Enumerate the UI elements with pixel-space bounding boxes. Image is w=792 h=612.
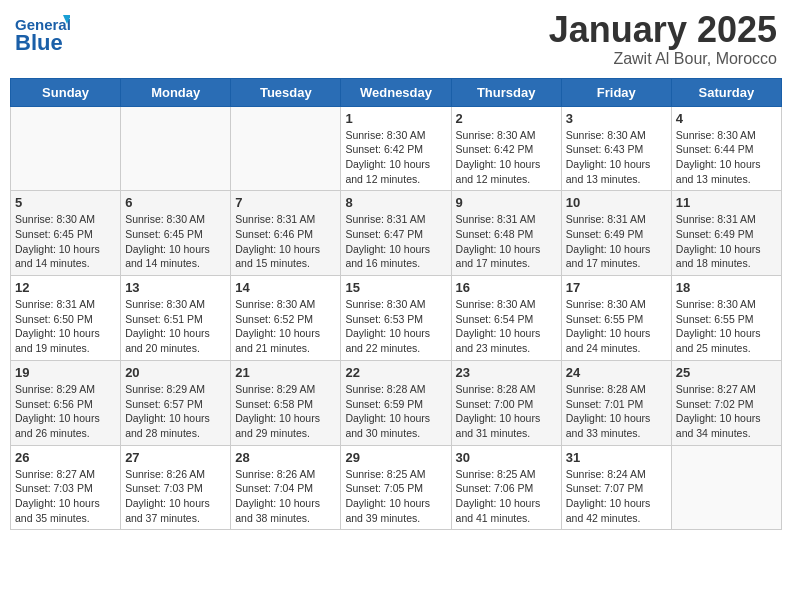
cell-content: Sunrise: 8:31 AM Sunset: 6:49 PM Dayligh… bbox=[676, 212, 777, 271]
day-number: 29 bbox=[345, 450, 446, 465]
cell-content: Sunrise: 8:24 AM Sunset: 7:07 PM Dayligh… bbox=[566, 467, 667, 526]
calendar-cell: 16Sunrise: 8:30 AM Sunset: 6:54 PM Dayli… bbox=[451, 276, 561, 361]
calendar-header: SundayMondayTuesdayWednesdayThursdayFrid… bbox=[11, 78, 782, 106]
cell-content: Sunrise: 8:29 AM Sunset: 6:57 PM Dayligh… bbox=[125, 382, 226, 441]
calendar-cell: 11Sunrise: 8:31 AM Sunset: 6:49 PM Dayli… bbox=[671, 191, 781, 276]
cell-content: Sunrise: 8:30 AM Sunset: 6:51 PM Dayligh… bbox=[125, 297, 226, 356]
calendar-cell: 2Sunrise: 8:30 AM Sunset: 6:42 PM Daylig… bbox=[451, 106, 561, 191]
calendar-cell: 14Sunrise: 8:30 AM Sunset: 6:52 PM Dayli… bbox=[231, 276, 341, 361]
cell-content: Sunrise: 8:30 AM Sunset: 6:55 PM Dayligh… bbox=[676, 297, 777, 356]
calendar-cell: 17Sunrise: 8:30 AM Sunset: 6:55 PM Dayli… bbox=[561, 276, 671, 361]
logo: General Blue bbox=[15, 10, 70, 60]
calendar-cell bbox=[11, 106, 121, 191]
day-number: 17 bbox=[566, 280, 667, 295]
cell-content: Sunrise: 8:28 AM Sunset: 6:59 PM Dayligh… bbox=[345, 382, 446, 441]
day-number: 4 bbox=[676, 111, 777, 126]
day-number: 25 bbox=[676, 365, 777, 380]
cell-content: Sunrise: 8:27 AM Sunset: 7:03 PM Dayligh… bbox=[15, 467, 116, 526]
day-number: 27 bbox=[125, 450, 226, 465]
week-row-5: 26Sunrise: 8:27 AM Sunset: 7:03 PM Dayli… bbox=[11, 445, 782, 530]
day-number: 30 bbox=[456, 450, 557, 465]
day-number: 8 bbox=[345, 195, 446, 210]
calendar-cell: 24Sunrise: 8:28 AM Sunset: 7:01 PM Dayli… bbox=[561, 360, 671, 445]
svg-text:Blue: Blue bbox=[15, 30, 63, 55]
day-number: 22 bbox=[345, 365, 446, 380]
calendar-cell: 1Sunrise: 8:30 AM Sunset: 6:42 PM Daylig… bbox=[341, 106, 451, 191]
cell-content: Sunrise: 8:30 AM Sunset: 6:42 PM Dayligh… bbox=[345, 128, 446, 187]
day-number: 12 bbox=[15, 280, 116, 295]
day-number: 11 bbox=[676, 195, 777, 210]
cell-content: Sunrise: 8:25 AM Sunset: 7:06 PM Dayligh… bbox=[456, 467, 557, 526]
calendar-cell: 29Sunrise: 8:25 AM Sunset: 7:05 PM Dayli… bbox=[341, 445, 451, 530]
cell-content: Sunrise: 8:27 AM Sunset: 7:02 PM Dayligh… bbox=[676, 382, 777, 441]
cell-content: Sunrise: 8:29 AM Sunset: 6:58 PM Dayligh… bbox=[235, 382, 336, 441]
cell-content: Sunrise: 8:30 AM Sunset: 6:54 PM Dayligh… bbox=[456, 297, 557, 356]
day-header-saturday: Saturday bbox=[671, 78, 781, 106]
cell-content: Sunrise: 8:30 AM Sunset: 6:45 PM Dayligh… bbox=[15, 212, 116, 271]
day-header-friday: Friday bbox=[561, 78, 671, 106]
calendar-cell: 20Sunrise: 8:29 AM Sunset: 6:57 PM Dayli… bbox=[121, 360, 231, 445]
day-number: 16 bbox=[456, 280, 557, 295]
cell-content: Sunrise: 8:26 AM Sunset: 7:03 PM Dayligh… bbox=[125, 467, 226, 526]
calendar-cell: 3Sunrise: 8:30 AM Sunset: 6:43 PM Daylig… bbox=[561, 106, 671, 191]
calendar-cell bbox=[671, 445, 781, 530]
calendar-body: 1Sunrise: 8:30 AM Sunset: 6:42 PM Daylig… bbox=[11, 106, 782, 530]
week-row-2: 5Sunrise: 8:30 AM Sunset: 6:45 PM Daylig… bbox=[11, 191, 782, 276]
day-header-sunday: Sunday bbox=[11, 78, 121, 106]
calendar-cell: 4Sunrise: 8:30 AM Sunset: 6:44 PM Daylig… bbox=[671, 106, 781, 191]
week-row-3: 12Sunrise: 8:31 AM Sunset: 6:50 PM Dayli… bbox=[11, 276, 782, 361]
calendar-cell: 19Sunrise: 8:29 AM Sunset: 6:56 PM Dayli… bbox=[11, 360, 121, 445]
calendar-cell: 6Sunrise: 8:30 AM Sunset: 6:45 PM Daylig… bbox=[121, 191, 231, 276]
day-number: 2 bbox=[456, 111, 557, 126]
day-number: 3 bbox=[566, 111, 667, 126]
cell-content: Sunrise: 8:30 AM Sunset: 6:43 PM Dayligh… bbox=[566, 128, 667, 187]
calendar-cell: 21Sunrise: 8:29 AM Sunset: 6:58 PM Dayli… bbox=[231, 360, 341, 445]
cell-content: Sunrise: 8:31 AM Sunset: 6:49 PM Dayligh… bbox=[566, 212, 667, 271]
page-header: General Blue January 2025 Zawit Al Bour,… bbox=[10, 10, 782, 68]
day-number: 15 bbox=[345, 280, 446, 295]
day-header-tuesday: Tuesday bbox=[231, 78, 341, 106]
calendar-cell: 12Sunrise: 8:31 AM Sunset: 6:50 PM Dayli… bbox=[11, 276, 121, 361]
day-number: 19 bbox=[15, 365, 116, 380]
day-number: 14 bbox=[235, 280, 336, 295]
calendar-cell bbox=[121, 106, 231, 191]
day-number: 20 bbox=[125, 365, 226, 380]
day-header-thursday: Thursday bbox=[451, 78, 561, 106]
calendar-cell: 5Sunrise: 8:30 AM Sunset: 6:45 PM Daylig… bbox=[11, 191, 121, 276]
title-area: January 2025 Zawit Al Bour, Morocco bbox=[549, 10, 777, 68]
calendar-cell: 9Sunrise: 8:31 AM Sunset: 6:48 PM Daylig… bbox=[451, 191, 561, 276]
calendar-cell: 28Sunrise: 8:26 AM Sunset: 7:04 PM Dayli… bbox=[231, 445, 341, 530]
day-number: 6 bbox=[125, 195, 226, 210]
calendar-cell: 31Sunrise: 8:24 AM Sunset: 7:07 PM Dayli… bbox=[561, 445, 671, 530]
day-number: 13 bbox=[125, 280, 226, 295]
cell-content: Sunrise: 8:28 AM Sunset: 7:01 PM Dayligh… bbox=[566, 382, 667, 441]
calendar-cell: 18Sunrise: 8:30 AM Sunset: 6:55 PM Dayli… bbox=[671, 276, 781, 361]
cell-content: Sunrise: 8:30 AM Sunset: 6:52 PM Dayligh… bbox=[235, 297, 336, 356]
cell-content: Sunrise: 8:30 AM Sunset: 6:53 PM Dayligh… bbox=[345, 297, 446, 356]
calendar-cell: 23Sunrise: 8:28 AM Sunset: 7:00 PM Dayli… bbox=[451, 360, 561, 445]
calendar-cell: 15Sunrise: 8:30 AM Sunset: 6:53 PM Dayli… bbox=[341, 276, 451, 361]
cell-content: Sunrise: 8:31 AM Sunset: 6:47 PM Dayligh… bbox=[345, 212, 446, 271]
day-number: 26 bbox=[15, 450, 116, 465]
cell-content: Sunrise: 8:26 AM Sunset: 7:04 PM Dayligh… bbox=[235, 467, 336, 526]
day-number: 9 bbox=[456, 195, 557, 210]
logo-svg: General Blue bbox=[15, 10, 70, 60]
calendar-cell: 25Sunrise: 8:27 AM Sunset: 7:02 PM Dayli… bbox=[671, 360, 781, 445]
day-number: 23 bbox=[456, 365, 557, 380]
cell-content: Sunrise: 8:28 AM Sunset: 7:00 PM Dayligh… bbox=[456, 382, 557, 441]
week-row-1: 1Sunrise: 8:30 AM Sunset: 6:42 PM Daylig… bbox=[11, 106, 782, 191]
calendar-cell bbox=[231, 106, 341, 191]
cell-content: Sunrise: 8:25 AM Sunset: 7:05 PM Dayligh… bbox=[345, 467, 446, 526]
day-number: 7 bbox=[235, 195, 336, 210]
calendar-cell: 27Sunrise: 8:26 AM Sunset: 7:03 PM Dayli… bbox=[121, 445, 231, 530]
calendar-cell: 13Sunrise: 8:30 AM Sunset: 6:51 PM Dayli… bbox=[121, 276, 231, 361]
day-number: 18 bbox=[676, 280, 777, 295]
calendar-cell: 22Sunrise: 8:28 AM Sunset: 6:59 PM Dayli… bbox=[341, 360, 451, 445]
location-subtitle: Zawit Al Bour, Morocco bbox=[549, 50, 777, 68]
day-header-monday: Monday bbox=[121, 78, 231, 106]
day-number: 31 bbox=[566, 450, 667, 465]
day-header-wednesday: Wednesday bbox=[341, 78, 451, 106]
calendar-cell: 7Sunrise: 8:31 AM Sunset: 6:46 PM Daylig… bbox=[231, 191, 341, 276]
cell-content: Sunrise: 8:30 AM Sunset: 6:42 PM Dayligh… bbox=[456, 128, 557, 187]
day-number: 28 bbox=[235, 450, 336, 465]
